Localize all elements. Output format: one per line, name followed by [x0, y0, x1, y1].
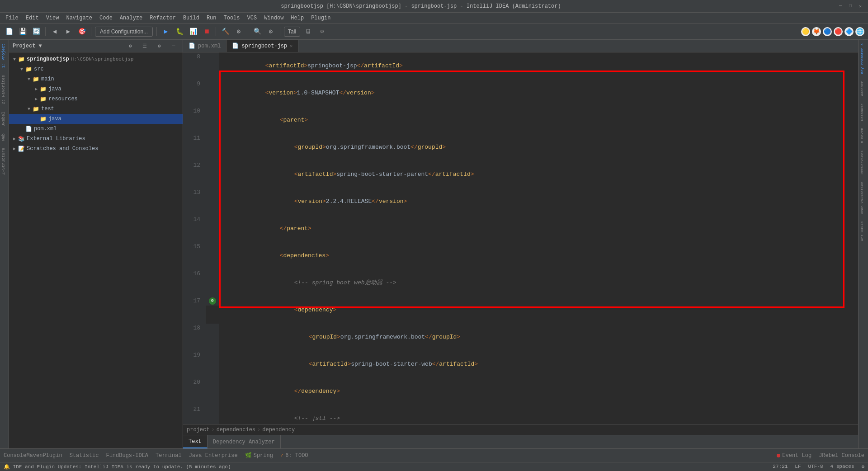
- vtab-structure[interactable]: Z-Structure: [0, 144, 9, 178]
- menu-file[interactable]: File: [3, 14, 21, 22]
- minimize-button[interactable]: ─: [837, 3, 844, 9]
- tool-terminal[interactable]: Terminal: [156, 452, 182, 459]
- debug-button[interactable]: 🐛: [174, 26, 185, 37]
- menu-code[interactable]: Code: [97, 14, 115, 22]
- edge-icon[interactable]: 🔷: [844, 27, 854, 36]
- status-indent[interactable]: 4 spaces: [830, 464, 854, 470]
- sync-button[interactable]: 🔄: [31, 26, 42, 37]
- forward-button[interactable]: ▶: [63, 26, 74, 37]
- tree-item-main[interactable]: ▼ 📁 main: [9, 74, 183, 84]
- new-file-button[interactable]: 📄: [4, 26, 14, 37]
- breadcrumb-project[interactable]: project: [187, 427, 209, 433]
- code-17[interactable]: <dependency>: [219, 297, 858, 324]
- tool-spring[interactable]: 🌿 Spring: [245, 452, 273, 459]
- more-button[interactable]: ⚙: [233, 26, 244, 37]
- save-button[interactable]: 💾: [17, 26, 28, 37]
- tool-statistic[interactable]: Statistic: [70, 452, 99, 459]
- code-20[interactable]: </dependency>: [219, 378, 858, 405]
- chrome-icon[interactable]: 🟡: [801, 27, 810, 36]
- menu-vcs[interactable]: VCS: [245, 14, 260, 22]
- tab-text[interactable]: Text: [183, 435, 208, 448]
- menu-tools[interactable]: Tools: [221, 14, 243, 22]
- tail-button[interactable]: Tail: [284, 27, 300, 37]
- project-close-icon[interactable]: ─: [168, 41, 179, 52]
- tool-todo[interactable]: ✓ 6: TODO: [280, 452, 308, 459]
- gutter-17[interactable]: ⚙: [206, 297, 219, 306]
- menu-refactor[interactable]: Refactor: [147, 14, 179, 22]
- code-14[interactable]: </parent>: [219, 215, 858, 242]
- tree-item-resources[interactable]: ▶ 📁 resources: [9, 94, 183, 104]
- breadcrumb-dependencies[interactable]: dependencies: [217, 427, 255, 433]
- tool-jrebel-console[interactable]: JRebel Console: [819, 452, 864, 459]
- menu-edit[interactable]: Edit: [23, 14, 42, 22]
- code-12[interactable]: <artifactId>spring-boot-starter-parent</…: [219, 161, 858, 188]
- maximize-button[interactable]: □: [847, 3, 854, 9]
- code-11[interactable]: <groupId>org.springframework.boot</group…: [219, 134, 858, 161]
- tree-item-main-java[interactable]: ▶ 📁 java: [9, 84, 183, 94]
- vtab-project[interactable]: 1: Project: [0, 40, 9, 71]
- tool-findbugs[interactable]: FindBugs-IDEA: [106, 452, 148, 459]
- add-configuration-button[interactable]: Add Configuration...: [95, 27, 153, 37]
- tab-pom-xml[interactable]: 📄 pom.xml: [183, 40, 226, 52]
- menu-run[interactable]: Run: [204, 14, 219, 22]
- run-with-coverage[interactable]: 📊: [188, 26, 198, 37]
- tree-item-src[interactable]: ▼ 📁 src: [9, 64, 183, 74]
- tree-item-pom[interactable]: 📄 pom.xml: [9, 124, 183, 134]
- run-button[interactable]: ▶: [160, 26, 171, 37]
- code-15[interactable]: <dependencies>: [219, 242, 858, 269]
- code-10[interactable]: <parent>: [219, 107, 858, 134]
- status-encoding[interactable]: UTF-8: [808, 464, 823, 470]
- tree-item-test[interactable]: ▼ 📁 test: [9, 104, 183, 114]
- vtab-bean-validation[interactable]: Bean Validation: [859, 178, 868, 218]
- ant-build[interactable]: 🔨: [220, 26, 231, 37]
- menu-view[interactable]: View: [43, 14, 62, 22]
- menu-analyze[interactable]: Analyze: [117, 14, 145, 22]
- tree-item-test-java[interactable]: 📁 java: [9, 114, 183, 124]
- settings-button[interactable]: ⚙: [265, 26, 276, 37]
- code-9[interactable]: <version>1.0-SNAPSHOT</version>: [219, 80, 858, 107]
- stop-button[interactable]: ⏹: [201, 26, 212, 37]
- gutter-icon-17[interactable]: ⚙: [209, 297, 216, 305]
- project-gear-icon[interactable]: ⚙: [154, 41, 165, 52]
- search-everywhere[interactable]: 🔍: [252, 26, 263, 37]
- menu-window[interactable]: Window: [261, 14, 286, 22]
- tab-close-button[interactable]: ✕: [290, 43, 292, 49]
- project-settings-icon[interactable]: ⚙: [125, 41, 136, 52]
- tree-item-ext-libs[interactable]: ▶ 📚 External Libraries: [9, 134, 183, 144]
- code-21[interactable]: <!-- jstl -->: [219, 405, 858, 424]
- tool-console-maven[interactable]: ConsoleMavenPlugin: [4, 452, 62, 459]
- code-editor[interactable]: 8 <artifactId>springboot-jsp</artifactId…: [183, 52, 858, 424]
- vtab-retservices[interactable]: RetServices: [859, 147, 868, 178]
- vtab-jrebel[interactable]: JRebel: [0, 108, 9, 130]
- tree-item-root[interactable]: ▼ 📁 springbootjsp H:\CSDN\springbootjsp: [9, 54, 183, 64]
- opera-icon[interactable]: 🔴: [834, 27, 843, 36]
- menu-help[interactable]: Help: [288, 14, 307, 22]
- status-position[interactable]: 27:21: [773, 464, 788, 470]
- vtab-web[interactable]: Web: [0, 130, 9, 144]
- menu-navigate[interactable]: Navigate: [63, 14, 95, 22]
- back-button[interactable]: ◀: [49, 26, 60, 37]
- code-16[interactable]: <!-- spring boot web启动器 -->: [219, 269, 858, 297]
- nav-button[interactable]: 🎯: [76, 26, 87, 37]
- firefox-icon[interactable]: 🦊: [812, 27, 821, 36]
- browser5-icon[interactable]: 🌐: [855, 27, 864, 36]
- tool-java-enterprise[interactable]: Java Enterprise: [189, 452, 238, 459]
- status-lf[interactable]: LF: [795, 464, 801, 470]
- code-8[interactable]: <artifactId>springboot-jsp</artifactId>: [219, 52, 858, 80]
- monitor-icon[interactable]: 🖥: [303, 26, 314, 37]
- breadcrumb-dependency[interactable]: dependency: [262, 427, 295, 433]
- code-19[interactable]: <artifactId>spring-boot-starter-web</art…: [219, 351, 858, 378]
- code-13[interactable]: <version>2.2.4.RELEASE</version>: [219, 188, 858, 215]
- vtab-maven[interactable]: m Maven: [859, 124, 868, 147]
- stop-icon[interactable]: ⊘: [316, 26, 327, 37]
- vtab-axcoder[interactable]: AXcoder: [859, 77, 868, 100]
- tab-dependency-analyzer[interactable]: Dependency Analyzer: [208, 435, 281, 448]
- close-button[interactable]: ✕: [857, 3, 863, 9]
- vtab-key-promoter[interactable]: Key Promoter X: [859, 40, 868, 77]
- vtab-database[interactable]: Database: [859, 100, 868, 124]
- tab-springboot-jsp[interactable]: 📄 springboot-jsp ✕: [226, 40, 298, 52]
- tool-event-log[interactable]: Event Log: [777, 452, 811, 459]
- code-18[interactable]: <groupId>org.springframework.boot</group…: [219, 324, 858, 351]
- project-layout-icon[interactable]: ☰: [139, 41, 150, 52]
- vtab-favorites[interactable]: 2: Favorites: [0, 71, 9, 108]
